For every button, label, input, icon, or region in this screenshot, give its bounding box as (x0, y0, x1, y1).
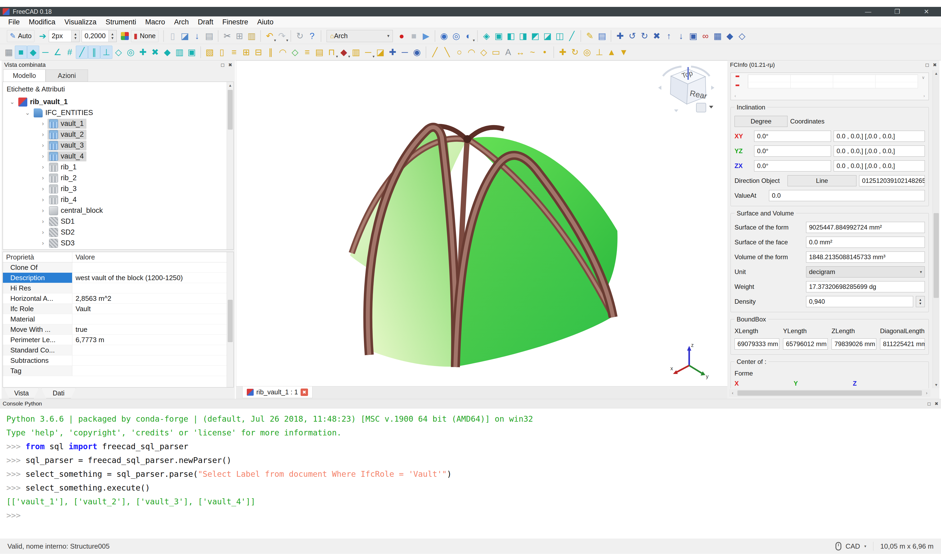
ylength-field[interactable]: 65796012 mm (783, 338, 828, 349)
tree-item-vault-2[interactable]: ›vault_2 (3, 129, 234, 140)
draft-dimension-icon[interactable]: ↔ (514, 46, 526, 59)
nav-mode-value[interactable]: CAD (846, 542, 860, 551)
grid-view-icon[interactable]: ▦ (712, 29, 724, 43)
paste-icon[interactable]: ▥ (246, 29, 258, 43)
xlength-field[interactable]: 69079333 mm (735, 338, 779, 349)
viewport-tab-close-icon[interactable]: ✖ (301, 389, 308, 396)
arch-section-plane-icon[interactable]: ⊟ (252, 46, 264, 59)
tree-expander-icon[interactable]: ⌄ (8, 98, 17, 106)
draft-grid-toggle-icon[interactable]: ▦ (3, 46, 15, 59)
arch-structure-icon[interactable]: ▯ (216, 46, 228, 59)
dock-icon[interactable]: ◻ (927, 401, 931, 406)
cut-icon[interactable]: ✂ (221, 29, 233, 43)
property-row-material[interactable]: Material (3, 314, 234, 325)
tree-expander-icon[interactable]: › (38, 175, 48, 182)
macro-record-icon[interactable]: ● (395, 29, 407, 43)
console-output[interactable]: Python 3.6.6 | packaged by conda-forge |… (0, 408, 941, 526)
view-rear-icon[interactable]: ◩ (529, 29, 541, 43)
measure-distance-icon[interactable]: ╱ (566, 29, 578, 43)
property-row-description[interactable]: Descriptionwest vault of the block (1200… (3, 273, 234, 283)
menu-visualizza[interactable]: Visualizza (60, 18, 101, 26)
snap-intersection-icon[interactable]: ╱ (76, 46, 88, 59)
draft-offset-icon[interactable]: ◎ (581, 46, 593, 59)
menu-draft[interactable]: Draft (193, 18, 218, 26)
property-row-horizontal-a[interactable]: Horizontal A...2,8563 m^2 (3, 293, 234, 304)
arch-add-component-icon[interactable]: ✚ (386, 46, 399, 59)
draft-arc-icon[interactable]: ◠ (466, 46, 478, 59)
tree-item-rib-3[interactable]: ›rib_3 (3, 183, 234, 194)
view-top-icon[interactable]: ◧ (505, 29, 517, 43)
draft-arrow-icon[interactable]: ➔ (37, 29, 49, 43)
tree-scrollbar[interactable]: ▲ (227, 82, 234, 249)
tab-vista[interactable]: Vista (4, 388, 39, 398)
surface-form-field[interactable]: 9025447.884992724 mm² (806, 222, 925, 233)
arch-axis-icon[interactable]: ∥ (264, 46, 277, 59)
snap-parallel-icon[interactable]: ∥ (88, 46, 100, 59)
arch-stairs-icon[interactable]: ≡ (301, 46, 313, 59)
property-value[interactable] (72, 314, 234, 324)
arch-rebar-icon[interactable]: ≡ (228, 46, 240, 59)
property-value[interactable]: true (72, 325, 234, 334)
view-left-icon[interactable]: ◫ (554, 29, 566, 43)
draft-trimex-icon[interactable]: ⊥ (593, 46, 606, 59)
scroll-down-icon[interactable]: ∨ (922, 75, 925, 80)
tree-expander-icon[interactable]: › (38, 120, 48, 127)
draft-downgrade-icon[interactable]: ▼ (618, 46, 630, 59)
tree-item-central-block[interactable]: ›central_block (3, 205, 234, 216)
arrow-up-icon[interactable]: ↑ (663, 29, 675, 43)
tree-expander-icon[interactable]: › (38, 218, 48, 225)
link-view-icon[interactable]: ∞ (699, 29, 712, 43)
navigation-cube[interactable]: Top Rear (657, 65, 715, 117)
tree-item-vault-1[interactable]: ›vault_1 (3, 118, 234, 129)
menu-aiuto[interactable]: Aiuto (253, 18, 278, 26)
tree-item-ifc-entities[interactable]: ⌄IFC_ENTITIES (3, 107, 234, 118)
draft-auto-button[interactable]: ✎ Auto (7, 30, 34, 42)
snap-perpendicular-icon[interactable]: ⊥ (100, 46, 112, 59)
arch-roof-icon[interactable]: ◠ (277, 46, 289, 59)
tree-item-vault-3[interactable]: ›vault_3 (3, 140, 234, 151)
yz-degrees-field[interactable]: 0.0° (754, 146, 831, 157)
weight-field[interactable]: 17.37320698285699 dg (806, 281, 925, 292)
tab-modello[interactable]: Modello (3, 69, 46, 82)
tree-item-vault-4[interactable]: ›vault_4 (3, 151, 234, 162)
draft-bspline-icon[interactable]: ~ (526, 46, 539, 59)
line-button[interactable]: Line (787, 175, 856, 186)
snap-near-icon[interactable]: ✚ (137, 46, 149, 59)
diagonallength-field[interactable]: 811225421 mm (880, 338, 925, 349)
property-value[interactable]: 2,8563 m^2 (72, 293, 234, 303)
tree-expander-icon[interactable]: › (38, 153, 48, 160)
scroll-right-icon[interactable]: › (924, 94, 925, 98)
snap-lock-icon[interactable]: ■ (15, 46, 27, 59)
scroll-left-icon[interactable]: ‹ (735, 94, 736, 98)
arch-material-icon[interactable]: ◆▾ (338, 46, 350, 59)
xy-degrees-field[interactable]: 0.0° (754, 131, 831, 142)
snap-special-icon[interactable]: ✖ (149, 46, 161, 59)
dock-icon[interactable]: ◻ (221, 62, 224, 68)
scale-arrows[interactable]: ▲▼ (108, 30, 116, 42)
tree-expander-icon[interactable]: › (38, 164, 48, 171)
view-right-icon[interactable]: ◨ (517, 29, 529, 43)
snap-midpoint-icon[interactable]: ─ (39, 46, 51, 59)
property-row-perimeter-le[interactable]: Perimeter Le...6,7773 m (3, 335, 234, 345)
property-value[interactable] (72, 355, 234, 365)
line-width-arrows[interactable]: ▲▼ (71, 30, 79, 42)
close-panel-icon[interactable]: ✖ (935, 401, 938, 406)
arch-cut-plane-icon[interactable]: ◪ (374, 46, 386, 59)
properties-scrollbar[interactable] (227, 252, 234, 387)
arch-frame-icon[interactable]: ⊓▾ (326, 46, 338, 59)
snap-dimensions-icon[interactable]: ▥ (173, 46, 186, 59)
tree-item-sd3[interactable]: ›SD3 (3, 238, 234, 249)
arch-panel-icon[interactable]: ▤ (313, 46, 326, 59)
draft-rotate-icon[interactable]: ↻ (569, 46, 581, 59)
property-row-hi-res[interactable]: Hi Res (3, 283, 234, 293)
undo-icon[interactable]: ↶▾ (263, 29, 276, 43)
property-value[interactable]: 6,7773 m (72, 335, 234, 345)
scrollbar-thumb[interactable] (737, 391, 922, 396)
color-swatch-icon[interactable] (119, 29, 131, 43)
tree-expander-icon[interactable]: › (38, 240, 48, 247)
property-value[interactable] (72, 366, 234, 376)
fcinfo-data-table[interactable]: ∨ ‹ › (730, 72, 929, 100)
chevron-down-icon[interactable]: ▾ (864, 544, 867, 549)
tab-dati[interactable]: Dati (42, 388, 76, 398)
fcinfo-vertical-scrollbar[interactable]: ▲ ▼ (933, 70, 939, 388)
